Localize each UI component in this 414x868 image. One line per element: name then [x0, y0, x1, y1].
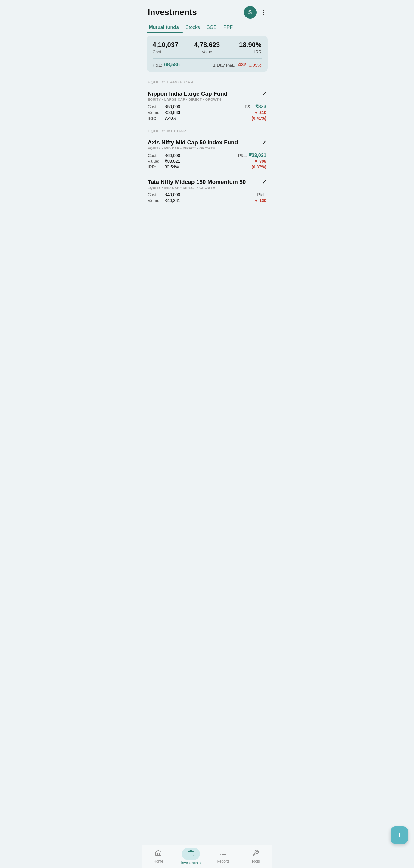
pnl-value-nippon: ₹833 [255, 104, 267, 109]
irr-label-nippon: IRR: [148, 116, 163, 121]
summary-cost: 4,10,037 Cost [153, 41, 189, 54]
summary-value-col: 4,78,623 Value [189, 41, 225, 54]
day-pct-axis: (0.37%) [251, 164, 266, 169]
day-pnl-value: 432 [238, 62, 246, 67]
pnl-label-nippon: P&L: [245, 104, 254, 109]
irr-label-axis: IRR: [148, 164, 163, 169]
bottom-navigation: Home Investments [142, 845, 272, 868]
irr-value-nippon: 7.48% [165, 116, 177, 121]
fund-card-nippon[interactable]: Nippon India Large Cap Fund ✓ EQUITY • L… [142, 86, 272, 125]
section-label-mid-cap: EQUITY: MID CAP [142, 126, 272, 135]
summary-card: 4,10,037 Cost 4,78,623 Value 18.90% IRR … [147, 36, 268, 72]
tab-ppf[interactable]: PPF [221, 22, 237, 33]
cost-value-axis: ₹60,000 [165, 153, 180, 158]
cost-label-nippon: Cost: [148, 104, 163, 109]
portfolio-value: 4,78,623 [189, 41, 225, 49]
pnl-label-axis: P&L: [238, 153, 247, 158]
irr-value: 18.90% [225, 41, 262, 49]
day-pnl: 1 Day P&L: 432 0.09% [213, 62, 261, 67]
day-change-tata: ▼ 130 [254, 198, 266, 203]
nav-label-reports: Reports [217, 859, 230, 864]
investments-icon [187, 851, 195, 858]
cost-label-tata: Cost: [148, 192, 163, 197]
pnl-label-tata: P&L: [257, 192, 266, 197]
app-header: Investments S ⋮ [142, 0, 272, 22]
day-pnl-label: 1 Day P&L: [213, 62, 236, 67]
day-change-nippon: ▼ 210 [254, 110, 266, 115]
tab-sgb[interactable]: SGB [204, 22, 221, 33]
nav-item-investments[interactable]: Investments [175, 848, 207, 865]
fund-check-axis: ✓ [262, 139, 267, 146]
reports-icon [219, 849, 227, 858]
pnl-label: P&L: [153, 62, 163, 67]
section-label-large-cap: EQUITY: LARGE CAP [142, 77, 272, 86]
fund-card-axis[interactable]: Axis Nifty Mid Cap 50 Index Fund ✓ EQUIT… [142, 135, 272, 174]
fund-name-axis: Axis Nifty Mid Cap 50 Index Fund [148, 139, 262, 146]
value-value-tata: ₹40,281 [165, 198, 180, 203]
nav-label-investments: Investments [181, 861, 201, 865]
pnl-value-axis: ₹23,021 [249, 153, 267, 158]
fund-card-tata[interactable]: Tata Nifty Midcap 150 Momentum 50 ✓ EQUI… [142, 175, 272, 207]
summary-irr: 18.90% IRR [225, 41, 262, 54]
value-label-tata: Value: [148, 198, 163, 203]
tab-stocks[interactable]: Stocks [183, 22, 204, 33]
fund-name-tata: Tata Nifty Midcap 150 Momentum 50 [148, 179, 262, 185]
value-label-nippon: Value: [148, 110, 163, 115]
value-value-nippon: ₹50,833 [165, 110, 180, 115]
fund-check-nippon: ✓ [262, 90, 267, 97]
nav-item-reports[interactable]: Reports [207, 849, 240, 864]
nav-label-home: Home [153, 859, 163, 864]
page-title: Investments [148, 7, 197, 17]
fund-check-tata: ✓ [262, 179, 267, 185]
pnl-value: 68,586 [164, 62, 180, 68]
irr-value-axis: 30.54% [165, 164, 179, 169]
nav-item-tools[interactable]: Tools [239, 849, 272, 864]
nav-label-tools: Tools [251, 859, 260, 864]
header-actions: S ⋮ [244, 6, 267, 19]
nav-item-home[interactable]: Home [142, 849, 175, 864]
main-content: 4,10,037 Cost 4,78,623 Value 18.90% IRR … [142, 36, 272, 232]
cost-value: 4,10,037 [153, 41, 189, 49]
fund-subtitle-tata: EQUITY • MID CAP • DIRECT • GROWTH [148, 186, 267, 190]
irr-label: IRR [225, 50, 262, 54]
cost-label-axis: Cost: [148, 153, 163, 158]
tools-icon [252, 849, 259, 858]
avatar[interactable]: S [244, 6, 256, 19]
fund-name-nippon: Nippon India Large Cap Fund [148, 90, 262, 97]
more-options-icon[interactable]: ⋮ [260, 8, 267, 16]
day-pnl-pct: 0.09% [249, 62, 262, 67]
value-value-axis: ₹83,021 [165, 159, 180, 164]
fund-subtitle-axis: EQUITY • MID CAP • DIRECT • GROWTH [148, 147, 267, 150]
day-pct-nippon: (0.41%) [251, 116, 266, 121]
day-change-axis: ▼ 308 [254, 159, 266, 164]
cost-value-nippon: ₹50,000 [165, 104, 180, 109]
home-icon [155, 849, 162, 858]
value-label-axis: Value: [148, 159, 163, 164]
tab-bar: Mutual funds Stocks SGB PPF [142, 22, 272, 33]
fund-subtitle-nippon: EQUITY • LARGE CAP • DIRECT • GROWTH [148, 98, 267, 101]
cost-value-tata: ₹40,000 [165, 192, 180, 197]
cost-label: Cost [153, 50, 189, 54]
tab-mutual-funds[interactable]: Mutual funds [147, 22, 183, 33]
value-label: Value [189, 50, 225, 54]
